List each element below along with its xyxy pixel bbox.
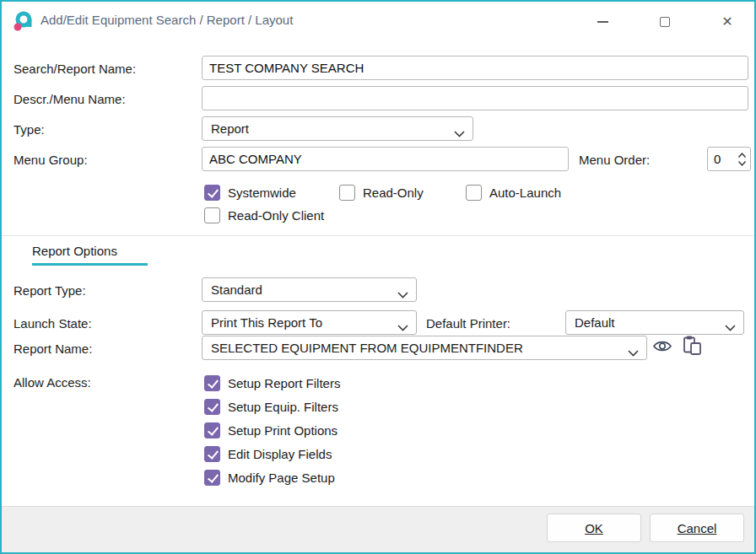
systemwide-checkbox-box[interactable] [204, 185, 220, 201]
checkbox-setup-report-filters[interactable]: Setup Report Filters [204, 375, 340, 391]
launch-state-dropdown-value: Print This Report To [211, 315, 322, 330]
systemwide-checkbox[interactable]: Systemwide [204, 185, 296, 201]
read-only-checkbox-box[interactable] [339, 185, 355, 201]
checkbox-edit-display-fields[interactable]: Edit Display Fields [204, 446, 332, 462]
active-tab-underline [32, 263, 148, 266]
read-only-client-checkbox[interactable]: Read-Only Client [204, 207, 324, 223]
checkbox-setup-equip-filters[interactable]: Setup Equip. Filters [204, 399, 338, 415]
report-type-dropdown-value: Standard [211, 282, 262, 297]
paste-icon [683, 335, 702, 358]
chevron-down-icon [397, 287, 408, 301]
checkbox-label: Edit Display Fields [228, 447, 332, 461]
app-icon [12, 10, 34, 32]
checkbox-label: Setup Report Filters [228, 376, 340, 390]
checkbox-setup-print-options[interactable]: Setup Print Options [204, 422, 338, 438]
maximize-icon [660, 17, 670, 27]
type-dropdown-value: Report [211, 121, 249, 136]
checkbox-label: Modify Page Setup [228, 471, 335, 485]
chevron-down-icon [628, 345, 639, 359]
chevron-down-icon [454, 126, 465, 140]
report-type-label: Report Type: [14, 283, 86, 298]
tab-report-options[interactable]: Report Options [32, 244, 148, 263]
type-dropdown[interactable]: Report [202, 116, 473, 141]
read-only-checkbox[interactable]: Read-Only [339, 185, 424, 201]
cancel-button-label: Cancel [678, 521, 717, 535]
report-name-dropdown[interactable]: SELECTED EQUIPMENT FROM EQUIPMENTFINDER [202, 336, 647, 360]
systemwide-checkbox-label: Systemwide [228, 186, 296, 200]
window-title: Add/Edit Equipment Search / Report / Lay… [40, 13, 293, 27]
descr-menu-name-label: Descr./Menu Name: [14, 92, 126, 106]
spinner-up-down-icon[interactable] [737, 152, 747, 169]
maximize-button[interactable] [651, 10, 678, 34]
copy-report-button[interactable] [681, 335, 703, 358]
title-bar[interactable]: Add/Edit Equipment Search / Report / Lay… [2, 2, 754, 40]
auto-launch-checkbox-label: Auto-Launch [489, 186, 561, 200]
menu-group-label: Menu Group: [14, 153, 88, 167]
read-only-checkbox-label: Read-Only [363, 186, 424, 200]
launch-state-dropdown[interactable]: Print This Report To [202, 310, 417, 335]
cancel-button[interactable]: Cancel [650, 514, 744, 542]
search-report-name-label: Search/Report Name: [14, 62, 136, 76]
minimize-icon [597, 21, 608, 23]
menu-order-value: 0 [714, 152, 721, 166]
checkbox-modify-page-setup[interactable]: Modify Page Setup [204, 470, 335, 486]
close-button[interactable]: ✕ [714, 10, 741, 34]
preview-report-button[interactable] [651, 338, 673, 357]
chevron-down-icon [725, 320, 736, 334]
default-printer-dropdown[interactable]: Default [565, 310, 744, 335]
checkbox-box[interactable] [204, 399, 220, 415]
close-icon: ✕ [721, 15, 732, 29]
ok-button[interactable]: OK [547, 514, 641, 542]
menu-order-label: Menu Order: [579, 153, 650, 167]
read-only-client-checkbox-label: Read-Only Client [228, 208, 324, 223]
menu-group-input[interactable] [202, 147, 569, 171]
add-edit-equipment-search-dialog: Add/Edit Equipment Search / Report / Lay… [0, 0, 756, 554]
ok-button-label: OK [585, 521, 603, 535]
search-report-name-input[interactable] [202, 56, 748, 80]
allow-access-label: Allow Access: [14, 375, 91, 390]
auto-launch-checkbox-box[interactable] [466, 185, 482, 201]
checkbox-box[interactable] [204, 470, 220, 486]
chevron-down-icon [397, 320, 408, 334]
report-name-dropdown-value: SELECTED EQUIPMENT FROM EQUIPMENTFINDER [211, 341, 523, 355]
report-type-dropdown[interactable]: Standard [202, 277, 417, 302]
auto-launch-checkbox[interactable]: Auto-Launch [466, 185, 561, 201]
descr-menu-name-input[interactable] [202, 86, 748, 110]
report-name-label: Report Name: [14, 342, 92, 356]
read-only-client-checkbox-box[interactable] [204, 207, 220, 223]
launch-state-label: Launch State: [14, 316, 92, 331]
menu-order-spinner[interactable]: 0 [707, 147, 751, 171]
checkbox-box[interactable] [204, 422, 220, 438]
minimize-button[interactable] [589, 10, 616, 34]
checkbox-label: Setup Print Options [228, 423, 338, 438]
type-label: Type: [14, 122, 45, 137]
checkbox-box[interactable] [204, 446, 220, 462]
default-printer-label: Default Printer: [426, 316, 510, 331]
default-printer-dropdown-value: Default [575, 315, 615, 330]
footer-bar: OK Cancel [2, 506, 754, 552]
tab-strip-divider [2, 235, 754, 236]
eye-icon [652, 339, 672, 356]
checkbox-box[interactable] [204, 375, 220, 391]
checkbox-label: Setup Equip. Filters [228, 400, 338, 414]
